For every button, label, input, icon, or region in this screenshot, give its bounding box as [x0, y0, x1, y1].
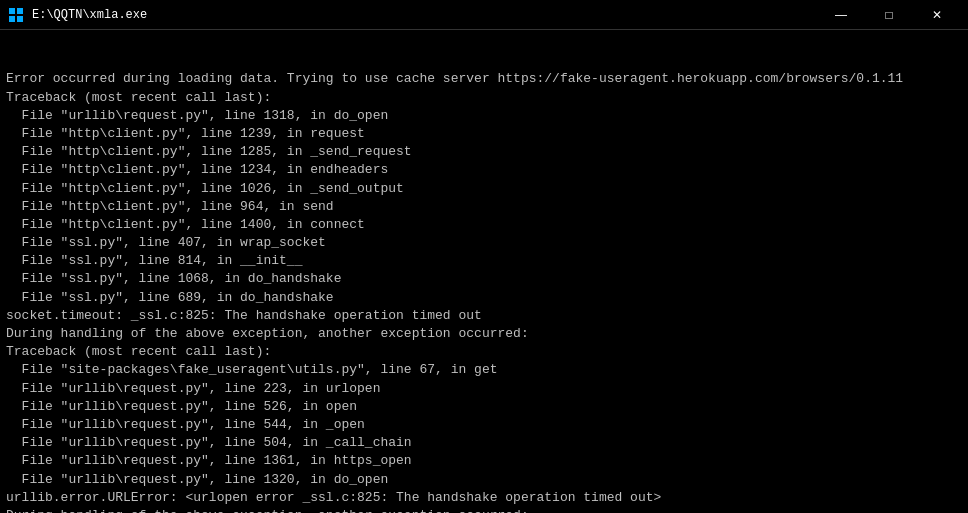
console-line: File "urllib\request.py", line 526, in o…: [6, 398, 962, 416]
console-line: urllib.error.URLError: <urlopen error _s…: [6, 489, 962, 507]
window: E:\QQTN\xmla.exe — □ ✕ Error occurred du…: [0, 0, 968, 513]
maximize-button[interactable]: □: [866, 0, 912, 30]
console-line: File "ssl.py", line 407, in wrap_socket: [6, 234, 962, 252]
app-icon: [8, 7, 24, 23]
console-line: Traceback (most recent call last):: [6, 343, 962, 361]
console-line: Error occurred during loading data. Tryi…: [6, 70, 962, 88]
console-line: File "urllib\request.py", line 504, in _…: [6, 434, 962, 452]
console-line: During handling of the above exception, …: [6, 325, 962, 343]
title-bar: E:\QQTN\xmla.exe — □ ✕: [0, 0, 968, 30]
console-line: File "ssl.py", line 689, in do_handshake: [6, 289, 962, 307]
minimize-button[interactable]: —: [818, 0, 864, 30]
console-line: File "site-packages\fake_useragent\utils…: [6, 361, 962, 379]
svg-rect-2: [9, 16, 15, 22]
console-line: socket.timeout: _ssl.c:825: The handshak…: [6, 307, 962, 325]
console-line: File "http\client.py", line 1234, in end…: [6, 161, 962, 179]
console-line: File "urllib\request.py", line 1318, in …: [6, 107, 962, 125]
svg-rect-1: [17, 8, 23, 14]
console-line: File "urllib\request.py", line 223, in u…: [6, 380, 962, 398]
console-line: During handling of the above exception, …: [6, 507, 962, 513]
console-line: File "urllib\request.py", line 1320, in …: [6, 471, 962, 489]
svg-rect-0: [9, 8, 15, 14]
console-line: File "ssl.py", line 814, in __init__: [6, 252, 962, 270]
close-button[interactable]: ✕: [914, 0, 960, 30]
console-line: File "ssl.py", line 1068, in do_handshak…: [6, 270, 962, 288]
console-line: File "urllib\request.py", line 1361, in …: [6, 452, 962, 470]
window-title: E:\QQTN\xmla.exe: [32, 8, 147, 22]
console-output: Error occurred during loading data. Tryi…: [0, 30, 968, 513]
console-line: File "http\client.py", line 1026, in _se…: [6, 180, 962, 198]
console-line: File "urllib\request.py", line 544, in _…: [6, 416, 962, 434]
title-bar-left: E:\QQTN\xmla.exe: [8, 7, 147, 23]
console-line: File "http\client.py", line 964, in send: [6, 198, 962, 216]
console-line: File "http\client.py", line 1239, in req…: [6, 125, 962, 143]
svg-rect-3: [17, 16, 23, 22]
console-line: File "http\client.py", line 1400, in con…: [6, 216, 962, 234]
title-bar-controls: — □ ✕: [818, 0, 960, 30]
console-line: File "http\client.py", line 1285, in _se…: [6, 143, 962, 161]
console-line: Traceback (most recent call last):: [6, 89, 962, 107]
